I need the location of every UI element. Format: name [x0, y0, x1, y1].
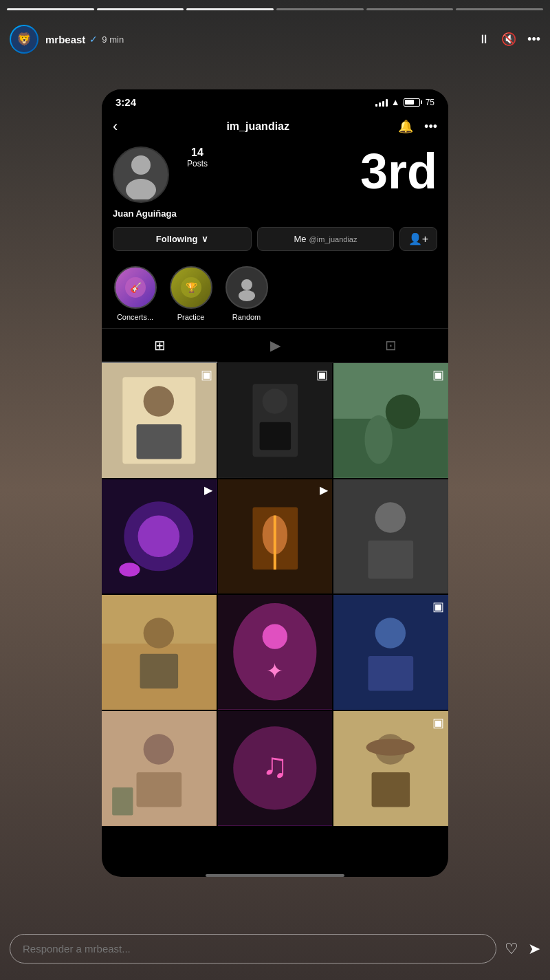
svg-point-29 [375, 502, 406, 532]
following-label: Following [156, 234, 198, 244]
highlight-random[interactable]: Random [224, 266, 269, 321]
svg-rect-46 [112, 787, 133, 815]
svg-rect-34 [140, 654, 179, 689]
progress-segment-3 [186, 8, 274, 10]
me-handle: @im_juandiaz [309, 235, 358, 243]
grid-cell-7[interactable] [102, 595, 217, 710]
grid-cell-9[interactable]: ▣ [333, 595, 448, 710]
story-username[interactable]: mrbeast [45, 34, 85, 45]
svg-point-37 [262, 624, 287, 649]
posts-label: Posts [180, 159, 214, 168]
battery-icon [404, 98, 422, 107]
save-badge-12: ▣ [432, 715, 444, 730]
following-button[interactable]: Following ∨ [113, 227, 252, 251]
progress-segment-4 [276, 8, 364, 10]
story-avatar-ring[interactable]: 🦁 [10, 25, 38, 54]
story-controls: ⏸ 🔇 ••• [478, 32, 540, 47]
grid-cell-10[interactable] [102, 711, 217, 826]
me-label: Me [294, 234, 307, 244]
svg-point-7 [239, 290, 255, 301]
progress-segment-6 [456, 8, 543, 10]
highlight-practice[interactable]: 🏆 Practice [168, 266, 213, 321]
send-icon[interactable]: ➤ [528, 940, 540, 958]
profile-section: 14 Posts 3rd Juan Aguiñaga Following ∨ M… [102, 141, 448, 259]
svg-rect-52 [372, 772, 410, 807]
progress-segment-1 [7, 8, 94, 10]
profile-avatar [113, 146, 169, 203]
svg-rect-50 [333, 711, 448, 826]
reply-bar: ♡ ➤ [10, 934, 540, 963]
highlight-label-random: Random [232, 313, 261, 321]
grid-icon: ⊞ [154, 337, 166, 353]
highlight-label-practice: Practice [177, 313, 205, 321]
verified-badge: ✓ [89, 34, 98, 45]
profile-stats-row: 14 Posts 3rd [180, 146, 437, 196]
wifi-icon: ▲ [391, 97, 400, 107]
highlight-label-concerts: Concerts... [117, 313, 153, 321]
profile-full-name: Juan Aguiñaga [113, 208, 437, 219]
pause-icon[interactable]: ⏸ [478, 32, 490, 47]
posts-count: 14 [180, 146, 214, 159]
save-badge-1: ▣ [201, 367, 212, 382]
me-button[interactable]: Me @im_juandiaz [257, 227, 393, 251]
highlight-concerts[interactable]: 🎸 Concerts... [113, 266, 157, 321]
add-user-button[interactable]: 👤+ [399, 227, 437, 251]
posts-stat: 14 Posts [180, 146, 214, 168]
mute-icon[interactable]: 🔇 [501, 32, 516, 47]
story-avatar: 🦁 [11, 26, 37, 52]
notification-bell-icon[interactable]: 🔔 [398, 119, 413, 134]
profile-tabs: ⊞ ▶ ⊡ [102, 328, 448, 363]
svg-point-36 [233, 603, 316, 700]
reel-badge-5: ▶ [320, 483, 328, 497]
svg-point-53 [366, 739, 415, 755]
grid-cell-5[interactable]: ▶ [218, 479, 333, 594]
tab-tagged[interactable]: ⊡ [333, 329, 448, 362]
grid-cell-8[interactable]: ✦ [218, 595, 333, 710]
svg-rect-45 [137, 772, 182, 807]
tab-grid[interactable]: ⊞ [102, 329, 217, 362]
svg-point-1 [126, 179, 156, 199]
photo-grid: ▣ ▣ ▣ [102, 363, 448, 826]
rank-text: 3rd [220, 146, 437, 196]
progress-segment-5 [366, 8, 454, 10]
svg-point-19 [365, 415, 393, 464]
story-progress-bar [7, 8, 543, 10]
profile-top-row: 14 Posts 3rd [113, 146, 437, 203]
svg-point-10 [144, 386, 174, 416]
grid-cell-11[interactable]: ♫ [218, 711, 333, 826]
grid-cell-12[interactable]: ▣ [333, 711, 448, 826]
svg-point-22 [138, 515, 180, 557]
reply-input[interactable] [10, 934, 496, 963]
svg-point-41 [375, 618, 406, 649]
progress-segment-2 [97, 8, 184, 10]
svg-text:🎸: 🎸 [129, 282, 142, 294]
phone-status-bar: 3:24 ▲ 75 [102, 89, 448, 112]
tagged-icon: ⊡ [385, 337, 397, 353]
ig-nav-header: ‹ im_juandiaz 🔔 ••• [102, 112, 448, 141]
svg-point-6 [241, 279, 252, 290]
svg-rect-30 [368, 541, 414, 579]
save-badge-9: ▣ [432, 599, 444, 614]
svg-text:🏆: 🏆 [185, 282, 197, 294]
story-time: 9 min [102, 34, 124, 45]
reels-icon: ▶ [270, 337, 280, 353]
svg-point-33 [144, 618, 174, 649]
heart-icon[interactable]: ♡ [505, 940, 518, 958]
svg-text:♫: ♫ [262, 745, 288, 785]
phone-time: 3:24 [116, 96, 136, 108]
more-options-icon[interactable]: ••• [527, 32, 540, 47]
profile-more-icon[interactable]: ••• [424, 120, 437, 134]
rank-display: 3rd [220, 146, 437, 196]
svg-rect-40 [333, 595, 448, 710]
battery-level: 75 [426, 98, 434, 107]
grid-cell-2[interactable]: ▣ [218, 363, 333, 478]
grid-cell-1[interactable]: ▣ [102, 363, 217, 478]
back-button[interactable]: ‹ [113, 118, 118, 135]
story-user-info: mrbeast ✓ 9 min [45, 34, 478, 45]
grid-cell-6[interactable] [333, 479, 448, 594]
svg-point-0 [131, 155, 151, 175]
add-person-icon: 👤+ [408, 232, 428, 246]
grid-cell-3[interactable]: ▣ [333, 363, 448, 478]
grid-cell-4[interactable]: ▶ [102, 479, 217, 594]
tab-reels[interactable]: ▶ [217, 329, 333, 362]
